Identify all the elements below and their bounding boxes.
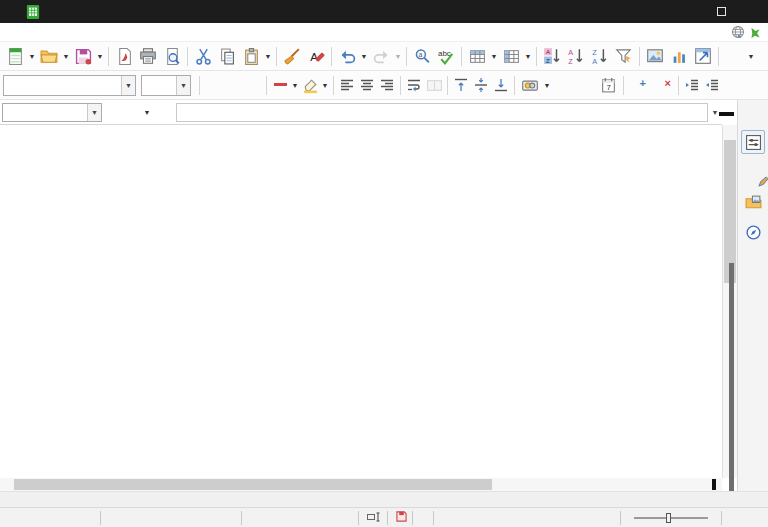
- green-arrow-icon[interactable]: [749, 26, 762, 39]
- function-wizard-button[interactable]: [102, 100, 122, 124]
- name-box[interactable]: ▼: [2, 103, 102, 122]
- scroll-left-arrow[interactable]: [0, 478, 13, 491]
- format-percent-button[interactable]: [552, 73, 572, 97]
- sidebar-tab-styles[interactable]: [741, 160, 765, 184]
- font-name-combo[interactable]: ▼: [3, 75, 136, 96]
- sort-ascending-button[interactable]: A Z: [564, 44, 588, 68]
- insert-mode-indicator[interactable]: [359, 512, 387, 524]
- insert-columns-button[interactable]: [499, 44, 523, 68]
- print-preview-icon: [164, 48, 181, 65]
- delete-decimal-button[interactable]: ×: [651, 73, 675, 97]
- new-document-dropdown[interactable]: ▼: [27, 44, 37, 68]
- scroll-right-arrow[interactable]: [697, 478, 710, 491]
- paste-button[interactable]: [239, 44, 263, 68]
- copy-button[interactable]: [215, 44, 239, 68]
- align-center-button[interactable]: [357, 73, 377, 97]
- horizontal-scrollbar-thumb[interactable]: [14, 479, 492, 490]
- open-dropdown[interactable]: ▼: [61, 44, 71, 68]
- sidebar-tab-navigator[interactable]: [741, 220, 765, 244]
- add-decimal-button[interactable]: +: [627, 73, 651, 97]
- maximize-button[interactable]: [706, 0, 737, 23]
- name-box-dropdown[interactable]: ▼: [87, 104, 101, 121]
- font-size-dropdown[interactable]: ▼: [176, 76, 190, 95]
- insert-columns-dropdown[interactable]: ▼: [523, 44, 533, 68]
- merge-cells-button[interactable]: [424, 73, 444, 97]
- sidebar-menu-button[interactable]: [738, 100, 768, 125]
- align-bottom-button[interactable]: [491, 73, 511, 97]
- sidebar-tab-functions[interactable]: [741, 250, 765, 274]
- globe-icon[interactable]: [731, 25, 745, 39]
- maximize-icon: [717, 7, 726, 16]
- open-folder-icon: [40, 47, 58, 65]
- sort-descending-button[interactable]: Z A: [588, 44, 612, 68]
- open-button[interactable]: [37, 44, 61, 68]
- align-left-button[interactable]: [337, 73, 357, 97]
- print-preview-button[interactable]: [160, 44, 184, 68]
- close-button[interactable]: [737, 0, 768, 23]
- format-date-button[interactable]: 7: [596, 73, 620, 97]
- insert-rows-button[interactable]: [465, 44, 489, 68]
- save-status-indicator[interactable]: [388, 511, 412, 524]
- vertical-split-handle[interactable]: [719, 112, 734, 116]
- highlight-color-dropdown[interactable]: ▼: [320, 73, 330, 97]
- spelling-button[interactable]: abc: [434, 44, 458, 68]
- insert-chart-button[interactable]: [667, 44, 691, 68]
- minimize-button[interactable]: [675, 0, 706, 23]
- scroll-up-arrow[interactable]: [723, 125, 738, 138]
- zoom-slider[interactable]: [621, 517, 721, 519]
- formula-bar: ▼ ▼ ▼: [0, 100, 722, 125]
- redo-button[interactable]: [369, 44, 393, 68]
- highlight-color-button[interactable]: [300, 73, 320, 97]
- formula-button[interactable]: [152, 100, 172, 124]
- decrease-indent-button[interactable]: [702, 73, 722, 97]
- font-name-dropdown[interactable]: ▼: [121, 76, 135, 95]
- align-right-button[interactable]: [377, 73, 397, 97]
- increase-indent-button[interactable]: [682, 73, 702, 97]
- center-vertically-button[interactable]: [471, 73, 491, 97]
- sort-button[interactable]: A Z: [540, 44, 564, 68]
- align-top-button[interactable]: [451, 73, 471, 97]
- insert-rows-dropdown[interactable]: ▼: [489, 44, 499, 68]
- wrap-text-button[interactable]: [404, 73, 424, 97]
- paste-dropdown[interactable]: ▼: [263, 44, 273, 68]
- format-currency-dropdown[interactable]: ▼: [542, 73, 552, 97]
- font-color-button[interactable]: [270, 73, 290, 97]
- bold-button[interactable]: [203, 73, 223, 97]
- sum-dropdown[interactable]: ▼: [142, 100, 152, 124]
- special-character-dropdown[interactable]: ▼: [746, 44, 756, 68]
- pivot-table-icon: [694, 47, 712, 65]
- add-sheet-button[interactable]: [66, 492, 88, 507]
- undo-button[interactable]: [335, 44, 359, 68]
- font-color-dropdown[interactable]: ▼: [290, 73, 300, 97]
- undo-dropdown[interactable]: ▼: [359, 44, 369, 68]
- export-pdf-button[interactable]: [112, 44, 136, 68]
- save-button[interactable]: [71, 44, 95, 68]
- pivot-table-button[interactable]: [691, 44, 715, 68]
- sidebar-splitter[interactable]: [729, 263, 734, 507]
- sidebar-tab-gallery[interactable]: [741, 190, 765, 214]
- print-button[interactable]: [136, 44, 160, 68]
- format-number-button[interactable]: [572, 73, 596, 97]
- find-replace-button[interactable]: a: [410, 44, 434, 68]
- zoom-track[interactable]: [634, 517, 708, 519]
- cut-button[interactable]: [191, 44, 215, 68]
- new-document-button[interactable]: [3, 44, 27, 68]
- vertical-scrollbar-thumb[interactable]: [724, 140, 736, 283]
- horizontal-split-handle[interactable]: [712, 479, 716, 490]
- sum-button[interactable]: [122, 100, 142, 124]
- italic-button[interactable]: [223, 73, 243, 97]
- clear-formatting-button[interactable]: A: [304, 44, 328, 68]
- clone-formatting-button[interactable]: [280, 44, 304, 68]
- formula-input[interactable]: [176, 103, 708, 122]
- sidebar-tab-properties[interactable]: [741, 130, 765, 154]
- font-size-combo[interactable]: ▼: [141, 75, 191, 96]
- underline-button[interactable]: [243, 73, 263, 97]
- redo-dropdown[interactable]: ▼: [393, 44, 403, 68]
- format-currency-button[interactable]: [518, 73, 542, 97]
- horizontal-scrollbar[interactable]: [0, 478, 722, 491]
- insert-image-button[interactable]: [643, 44, 667, 68]
- autofilter-button[interactable]: [612, 44, 636, 68]
- save-dropdown[interactable]: ▼: [95, 44, 105, 68]
- special-character-button[interactable]: [722, 44, 746, 68]
- zoom-thumb[interactable]: [666, 513, 671, 523]
